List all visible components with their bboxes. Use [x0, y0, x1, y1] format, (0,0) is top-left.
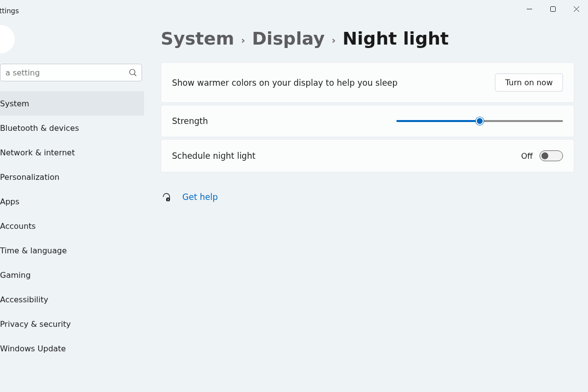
- window-controls: [517, 0, 588, 22]
- minimize-button[interactable]: [517, 0, 541, 18]
- nav-list: System Bluetooth & devices Network & int…: [0, 91, 146, 361]
- breadcrumb: System › Display › Night light: [161, 28, 574, 49]
- chevron-right-icon: ›: [332, 34, 336, 46]
- sidebar-item-label: Apps: [0, 197, 20, 206]
- svg-rect-1: [550, 6, 555, 11]
- titlebar-left: ettings: [0, 7, 19, 15]
- close-icon: [574, 6, 579, 12]
- strength-label: Strength: [172, 116, 208, 126]
- titlebar: ettings: [0, 0, 588, 22]
- slider-fill: [396, 120, 480, 122]
- search-icon: [129, 69, 137, 76]
- sidebar-item-time-language[interactable]: Time & language: [0, 238, 144, 263]
- breadcrumb-system[interactable]: System: [161, 28, 234, 49]
- svg-point-4: [130, 70, 135, 75]
- card-description: Show warmer colors on your display to he…: [161, 62, 574, 103]
- sidebar-item-label: Time & language: [0, 246, 67, 255]
- sidebar-item-label: Privacy & security: [0, 319, 71, 329]
- schedule-label: Schedule night light: [172, 151, 255, 161]
- sidebar-item-windows-update[interactable]: Windows Update: [0, 336, 144, 361]
- breadcrumb-current: Night light: [343, 28, 449, 49]
- schedule-toggle-wrap: Off: [521, 150, 563, 161]
- strength-slider[interactable]: [396, 120, 563, 122]
- sidebar-item-label: Gaming: [0, 270, 31, 280]
- sidebar-item-label: Network & internet: [0, 148, 75, 157]
- sidebar-item-apps[interactable]: Apps: [0, 189, 144, 214]
- card-schedule: Schedule night light Off: [161, 139, 574, 172]
- sidebar-item-label: System: [0, 99, 29, 108]
- night-light-description: Show warmer colors on your display to he…: [172, 78, 397, 88]
- sidebar-item-label: Accessibility: [0, 295, 48, 304]
- slider-thumb[interactable]: [476, 117, 484, 125]
- breadcrumb-display[interactable]: Display: [252, 28, 324, 49]
- sidebar: System Bluetooth & devices Network & int…: [0, 22, 146, 392]
- account-area[interactable]: [0, 24, 146, 54]
- avatar: [0, 25, 15, 53]
- sidebar-item-system[interactable]: System: [0, 91, 144, 116]
- sidebar-item-label: Accounts: [0, 221, 36, 231]
- help-row: ? Get help: [161, 192, 574, 202]
- svg-text:?: ?: [167, 198, 169, 201]
- get-help-link[interactable]: Get help: [182, 192, 218, 202]
- window-title: ettings: [0, 7, 19, 15]
- help-icon: ?: [162, 192, 172, 202]
- turn-on-now-button[interactable]: Turn on now: [495, 74, 563, 92]
- schedule-toggle[interactable]: [539, 150, 563, 161]
- search-input[interactable]: [5, 68, 129, 77]
- search-box[interactable]: [0, 64, 142, 81]
- sidebar-item-personalization[interactable]: Personalization: [0, 165, 144, 189]
- sidebar-item-privacy-security[interactable]: Privacy & security: [0, 312, 144, 336]
- sidebar-item-network[interactable]: Network & internet: [0, 140, 144, 165]
- maximize-icon: [550, 6, 556, 12]
- card-strength: Strength: [161, 105, 574, 137]
- schedule-toggle-state: Off: [521, 151, 533, 161]
- sidebar-item-label: Personalization: [0, 172, 59, 182]
- sidebar-item-accessibility[interactable]: Accessibility: [0, 287, 144, 312]
- minimize-icon: [527, 6, 532, 12]
- svg-line-5: [134, 74, 136, 76]
- close-button[interactable]: [564, 0, 588, 18]
- sidebar-item-accounts[interactable]: Accounts: [0, 214, 144, 238]
- sidebar-item-bluetooth[interactable]: Bluetooth & devices: [0, 116, 144, 140]
- toggle-knob: [541, 152, 548, 159]
- sidebar-item-label: Bluetooth & devices: [0, 123, 79, 133]
- chevron-right-icon: ›: [241, 34, 245, 46]
- slider-track: [396, 120, 563, 122]
- main-content: System › Display › Night light Show warm…: [146, 22, 588, 392]
- sidebar-item-label: Windows Update: [0, 344, 66, 353]
- maximize-button[interactable]: [541, 0, 564, 18]
- sidebar-item-gaming[interactable]: Gaming: [0, 263, 144, 287]
